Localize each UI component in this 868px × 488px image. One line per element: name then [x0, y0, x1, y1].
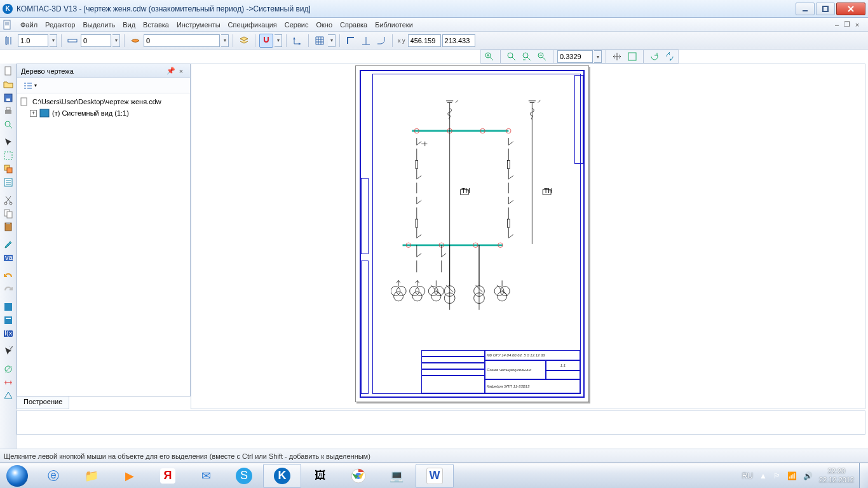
layer-color-icon[interactable] [128, 34, 142, 48]
task-yandex[interactable]: Я [149, 464, 187, 488]
pin-icon[interactable]: 📌 [166, 66, 176, 76]
edit-icon[interactable] [1, 163, 15, 175]
grid-menu[interactable] [328, 34, 336, 47]
properties-icon[interactable] [1, 176, 15, 189]
zoom-dynamic-icon[interactable] [520, 50, 534, 64]
tray-clock[interactable]: 22:20 22.12.2012 [819, 467, 854, 484]
dimension-panel-icon[interactable] [1, 376, 15, 389]
task-mail[interactable]: ✉ [187, 464, 225, 488]
tray-network-icon[interactable]: 📶 [787, 471, 797, 480]
tray-language[interactable]: RU [742, 471, 753, 480]
side-tab-build[interactable]: Построение [17, 396, 69, 409]
menu-service[interactable]: Сервис [281, 20, 313, 30]
snap-step-icon[interactable] [3, 34, 17, 48]
coord-x-input[interactable] [408, 34, 441, 47]
style-icon[interactable] [65, 34, 79, 48]
start-button[interactable] [0, 463, 34, 489]
task-word[interactable]: W [416, 464, 454, 488]
geometry-panel-icon[interactable] [1, 363, 15, 376]
zoom-all-icon[interactable] [625, 50, 639, 64]
menu-file[interactable]: Файл [17, 20, 41, 30]
task-ie[interactable]: ⓔ [34, 464, 72, 488]
menu-help[interactable]: Справка [336, 20, 371, 30]
task-skype[interactable]: S [225, 464, 263, 488]
layer-dropdown[interactable] [221, 34, 229, 47]
layer-input[interactable] [144, 34, 220, 47]
tray-volume-icon[interactable]: 🔊 [803, 471, 813, 480]
menu-tools[interactable]: Инструменты [173, 20, 224, 30]
select-arrow-icon[interactable] [1, 136, 15, 149]
mdi-minimize[interactable]: – [832, 20, 841, 29]
snap-toggle-active[interactable] [259, 34, 273, 48]
variables-icon[interactable]: var [1, 252, 15, 264]
new-doc-icon[interactable] [1, 65, 15, 78]
mdi-close[interactable]: × [853, 20, 862, 29]
perpendicular-icon[interactable] [359, 34, 373, 48]
zoom-window-icon[interactable] [505, 50, 519, 64]
help-pointer-icon[interactable]: ? [1, 345, 15, 358]
task-explorer[interactable]: 📁 [72, 464, 111, 488]
menu-editor[interactable]: Редактор [41, 20, 79, 30]
pan-icon[interactable] [610, 50, 624, 64]
ortho-icon[interactable] [344, 34, 358, 48]
tray-chevron-icon[interactable]: ▲ [759, 471, 767, 480]
brush-icon[interactable] [1, 238, 15, 251]
zoom-in-icon[interactable] [482, 50, 496, 64]
markup-panel-icon[interactable] [1, 390, 15, 402]
command-strip[interactable] [17, 410, 865, 435]
drawing-tree[interactable]: C:\Users\User\Desktop\чертеж женя.cdw + … [17, 93, 190, 396]
menu-specification[interactable]: Спецификация [224, 20, 281, 30]
style-dropdown[interactable] [112, 34, 120, 47]
redo-icon[interactable] [1, 283, 15, 295]
fx-icon[interactable]: f(x) [1, 327, 15, 340]
coord-y-input[interactable] [442, 34, 475, 47]
mdi-restore[interactable]: ❐ [843, 20, 851, 29]
open-icon[interactable] [1, 78, 15, 91]
tray-flag-icon[interactable]: 🏳 [773, 471, 781, 480]
step-dropdown[interactable] [50, 34, 57, 47]
maximize-button[interactable] [816, 3, 835, 15]
task-kompas[interactable]: K [263, 464, 301, 488]
layers-manager-icon[interactable] [237, 34, 251, 48]
expander-icon[interactable]: + [30, 110, 37, 117]
style-input[interactable] [81, 34, 111, 47]
zoom-input[interactable] [557, 50, 593, 63]
menu-libraries[interactable]: Библиотеки [371, 20, 417, 30]
menu-select[interactable]: Выделить [79, 20, 119, 30]
tree-display-mode[interactable]: ▾ [20, 79, 40, 93]
panel-close-icon[interactable]: × [176, 66, 186, 76]
task-media[interactable]: ▶ [111, 464, 149, 488]
show-desktop-button[interactable] [859, 463, 868, 489]
redraw-icon[interactable] [648, 50, 661, 64]
drawing-canvas[interactable]: ТН ТН [191, 64, 865, 409]
marquee-select-icon[interactable] [1, 149, 15, 162]
report-icon[interactable] [1, 314, 15, 327]
zoom-dropdown[interactable] [594, 50, 602, 63]
zoom-out-icon[interactable] [535, 50, 549, 64]
close-button[interactable] [836, 3, 865, 15]
round-icon[interactable] [374, 34, 388, 48]
refresh-icon[interactable] [663, 50, 677, 64]
task-photos[interactable]: 🖼 [301, 464, 339, 488]
task-device[interactable]: 💻 [377, 464, 416, 488]
tree-root-file[interactable]: C:\Users\User\Desktop\чертеж женя.cdw [20, 96, 187, 107]
menu-window[interactable]: Окно [312, 20, 336, 30]
cut-icon[interactable] [1, 194, 15, 207]
svg-rect-8 [5, 67, 11, 75]
menu-view[interactable]: Вид [119, 20, 139, 30]
tree-system-view[interactable]: + (т) Системный вид (1:1) [20, 107, 187, 119]
step-input[interactable] [18, 34, 48, 47]
save-icon[interactable] [1, 92, 15, 104]
menu-insert[interactable]: Вставка [139, 20, 173, 30]
preview-icon[interactable] [1, 118, 15, 131]
copy-icon[interactable] [1, 207, 15, 220]
task-chrome[interactable] [339, 464, 377, 488]
coord-system-icon[interactable] [290, 34, 304, 48]
spec-icon[interactable] [1, 301, 15, 313]
paste-icon[interactable] [1, 220, 15, 233]
grid-icon[interactable] [313, 34, 327, 48]
print-icon[interactable] [1, 105, 15, 118]
snap-menu[interactable] [275, 34, 282, 47]
minimize-button[interactable] [796, 3, 815, 15]
undo-icon[interactable] [1, 269, 15, 282]
